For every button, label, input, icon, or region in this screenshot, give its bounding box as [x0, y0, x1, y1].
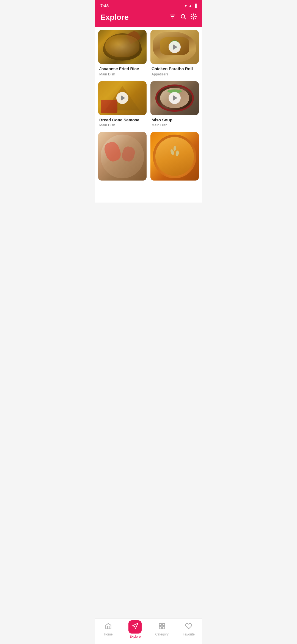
recipe-category-2: Appetizers — [152, 72, 198, 76]
recipe-card-6[interactable] — [150, 132, 199, 181]
play-button-4[interactable] — [169, 92, 181, 104]
recipe-card-4[interactable]: Miso Soup Main Dish — [150, 81, 199, 129]
recipe-category-1: Main Dish — [99, 72, 145, 76]
play-button-3[interactable] — [116, 92, 128, 104]
recipe-category-3: Main Dish — [99, 123, 145, 127]
signal-icon: ▲ — [188, 4, 192, 8]
recipe-info-1: Javanese Fried Rice Main Dish — [98, 64, 147, 77]
recipe-card-5[interactable] — [98, 132, 147, 181]
recipe-card-3[interactable]: Bread Cone Samosa Main Dish — [98, 81, 147, 129]
recipe-image-container-2 — [150, 30, 199, 64]
recipe-card-1[interactable]: Javanese Fried Rice Main Dish — [98, 30, 147, 77]
content-area: Javanese Fried Rice Main Dish Chicken Pa… — [95, 27, 202, 203]
recipe-image-container-6 — [150, 132, 199, 181]
svg-point-5 — [193, 16, 194, 17]
page-title: Explore — [100, 13, 170, 22]
recipe-image-5 — [98, 132, 147, 181]
search-icon[interactable] — [180, 13, 186, 21]
recipe-image-container-3 — [98, 81, 147, 115]
recipe-info-2: Chicken Paratha Roll Appetizers — [150, 64, 199, 77]
recipe-image-container-5 — [98, 132, 147, 181]
recipe-image-container-4 — [150, 81, 199, 115]
recipe-image-container-1 — [98, 30, 147, 64]
svg-line-4 — [184, 18, 186, 19]
recipe-image-1 — [98, 30, 147, 64]
settings-icon[interactable] — [191, 13, 197, 21]
play-button-2[interactable] — [169, 41, 181, 53]
recipe-name-3: Bread Cone Samosa — [99, 117, 145, 123]
recipe-grid: Javanese Fried Rice Main Dish Chicken Pa… — [98, 30, 199, 181]
recipe-image-6 — [150, 132, 199, 181]
header: Explore — [95, 10, 202, 27]
recipe-card-2[interactable]: Chicken Paratha Roll Appetizers — [150, 30, 199, 77]
recipe-category-4: Main Dish — [152, 123, 198, 127]
filter-icon[interactable] — [170, 13, 176, 21]
recipe-name-4: Miso Soup — [152, 117, 198, 123]
recipe-name-1: Javanese Fried Rice — [99, 66, 145, 72]
battery-icon: ▐ — [194, 4, 197, 8]
status-time: 7:48 — [100, 3, 109, 8]
recipe-info-3: Bread Cone Samosa Main Dish — [98, 115, 147, 129]
recipe-name-2: Chicken Paratha Roll — [152, 66, 198, 72]
recipe-info-4: Miso Soup Main Dish — [150, 115, 199, 129]
header-actions — [170, 13, 197, 21]
status-icons: ▾ ▲ ▐ — [185, 4, 197, 8]
status-bar: 7:48 ▾ ▲ ▐ — [95, 0, 202, 10]
wifi-icon: ▾ — [185, 4, 187, 8]
